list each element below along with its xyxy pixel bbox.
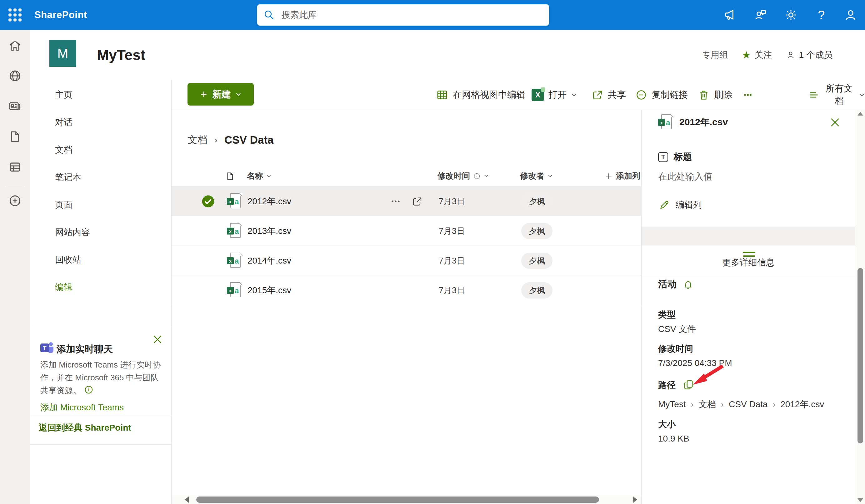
search-input[interactable] [281,10,543,20]
link-icon [635,89,647,101]
row-more-icon[interactable] [390,186,401,216]
follow-button[interactable]: ★ 关注 [742,49,772,61]
file-modified-by[interactable]: 夕枫 [521,282,553,298]
nav-item-site-contents[interactable]: 网站内容 [55,226,90,238]
new-button[interactable]: 新建 [187,83,254,106]
delete-button[interactable]: 删除 [698,80,732,110]
more-details-button[interactable]: 更多详细信息 [642,257,855,269]
scrollbar-thumb[interactable] [196,496,599,503]
copy-icon[interactable] [683,379,694,390]
nav-item-edit[interactable]: 编辑 [55,281,72,294]
file-name[interactable]: 2013年.csv [247,216,291,246]
create-icon[interactable] [8,194,22,208]
modified-value: 7/3/2025 04:33 PM [658,357,732,370]
csv-file-icon: xa [227,193,242,209]
close-icon[interactable] [829,117,841,128]
path-crumb[interactable]: CSV Data [729,399,768,409]
megaphone-icon[interactable] [724,8,738,22]
scroll-down-arrow[interactable] [857,499,863,502]
vertical-scrollbar[interactable] [855,110,865,504]
classic-sharepoint-link[interactable]: 返回到经典 SharePoint [39,422,131,434]
grid-icon [436,89,448,101]
row-share-icon[interactable] [412,186,423,216]
nav-item-home[interactable]: 主页 [55,89,72,101]
file-name[interactable]: 2012年.csv [247,186,291,216]
nav-item-recycle-bin[interactable]: 回收站 [55,254,81,266]
horizontal-scrollbar[interactable] [172,495,641,504]
teams-icon: T [40,341,55,354]
path-crumb[interactable]: MyTest [658,399,686,409]
file-row[interactable]: xa 2014年.csv 7月3日 夕枫 [172,246,641,276]
help-icon[interactable]: ? [815,8,828,22]
site-title[interactable]: MyTest [97,30,145,80]
view-lines-icon [808,89,820,101]
info-icon[interactable] [84,385,93,395]
search-icon [263,9,275,21]
news-icon[interactable] [8,99,22,113]
column-name[interactable]: 名称 [247,165,272,186]
nav-item-pages[interactable]: 页面 [55,199,72,211]
check-circle-icon[interactable] [201,195,215,208]
plus-icon [200,90,208,98]
file-modified: 7月3日 [439,246,465,276]
edit-grid-button[interactable]: 在网格视图中编辑 [436,80,525,110]
gear-icon[interactable] [784,8,798,22]
scroll-left-arrow[interactable] [185,496,189,503]
title-field-input[interactable]: 在此处输入值 [658,171,713,183]
scroll-right-arrow[interactable] [633,496,637,503]
file-modified-by[interactable]: 夕枫 [521,253,553,269]
file-name[interactable]: 2015年.csv [247,276,291,305]
document-icon[interactable] [8,130,22,144]
scroll-up-arrow[interactable] [857,112,863,116]
bell-icon[interactable] [682,279,694,290]
account-icon[interactable] [844,8,857,22]
svg-text:T: T [43,345,47,351]
view-selector[interactable]: 所有文档 [808,80,865,110]
member-icon [786,50,795,60]
add-column-button[interactable]: 添加列 [605,165,640,186]
file-row[interactable]: xa 2013年.csv 7月3日 夕枫 [172,216,641,246]
column-modified-by[interactable]: 修改者 [520,165,553,186]
file-row[interactable]: xa 2015年.csv 7月3日 夕枫 [172,276,641,305]
open-button[interactable]: X 打开 [532,80,577,110]
members-button[interactable]: 1 个成员 [786,49,832,61]
path-label: 路径 [658,379,676,391]
column-modified[interactable]: 修改时间 [438,165,489,186]
file-modified-by[interactable]: 夕枫 [521,193,553,210]
chevron-down-icon [859,92,865,98]
plus-icon [605,172,613,180]
close-icon[interactable] [152,334,163,345]
chevron-down-icon [547,173,553,179]
breadcrumb-parent[interactable]: 文档 [187,133,208,147]
file-name[interactable]: 2014年.csv [247,246,291,276]
file-row[interactable]: xa 2012年.csv 7月3日 夕枫 [172,186,641,216]
path-crumb[interactable]: 2012年.csv [780,398,824,410]
details-panel: xa 2012年.csv T 标题 在此处输入值 编辑列 更多详细信息 活动 类… [641,110,865,504]
nav-item-conversations[interactable]: 对话 [55,116,72,129]
breadcrumb-current: CSV Data [224,134,274,146]
doc-type-column[interactable] [225,165,235,186]
nav-item-documents[interactable]: 文档 [55,144,72,156]
column-headers: 名称 修改时间 修改者 添加列 [172,165,641,186]
nav-item-notebook[interactable]: 笔记本 [55,171,81,184]
app-launcher-icon[interactable] [8,8,23,23]
edit-columns-button[interactable]: 编辑列 [659,199,702,211]
path-crumb[interactable]: 文档 [699,398,716,410]
more-icon [742,89,753,101]
feedback-icon[interactable] [754,8,768,22]
scrollbar-thumb[interactable] [857,268,863,443]
search-box[interactable] [257,4,549,26]
path-breadcrumb: MyTest › 文档 › CSV Data › 2012年.csv [658,398,824,410]
globe-icon[interactable] [8,69,22,83]
share-button[interactable]: 共享 [591,80,626,110]
app-title[interactable]: SharePoint [34,0,87,30]
add-teams-link[interactable]: 添加 Microsoft Teams [40,401,124,413]
copy-link-button[interactable]: 复制链接 [635,80,688,110]
home-icon[interactable] [8,39,22,52]
lists-icon[interactable] [8,160,22,174]
more-commands-button[interactable] [742,80,753,110]
file-modified-by[interactable]: 夕枫 [521,223,553,239]
file-list-region: 文档 › CSV Data 名称 修改时间 修改者 添加列 x [172,110,641,504]
site-logo[interactable]: M [49,40,76,67]
expand-handle[interactable] [743,252,755,253]
